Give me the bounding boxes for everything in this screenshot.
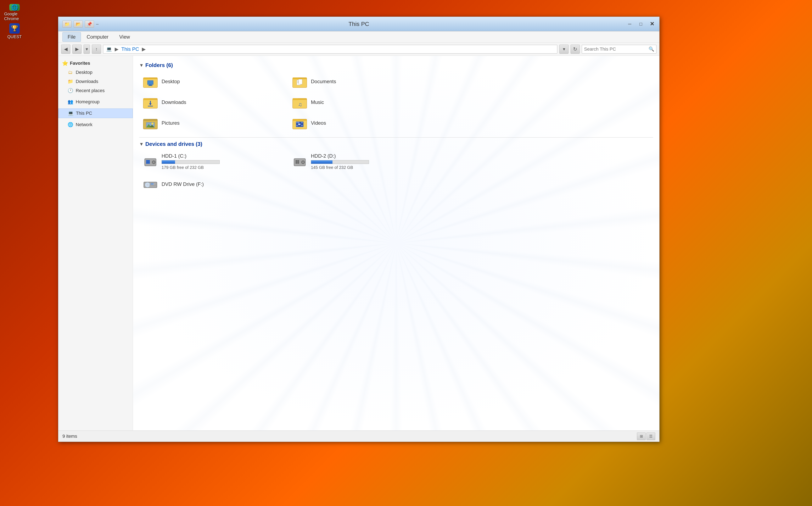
folders-section-title: Folders (6) <box>146 62 173 69</box>
chrome-label: Google Chrome <box>4 12 25 21</box>
pin-icon[interactable]: 📌 <box>85 20 94 27</box>
back-button[interactable]: ◀ <box>61 45 70 54</box>
menu-view[interactable]: View <box>114 32 135 41</box>
svg-rect-5 <box>148 85 153 86</box>
network-icon: 🌐 <box>67 122 74 128</box>
svg-rect-4 <box>149 85 152 85</box>
sidebar-item-downloads[interactable]: 📁 Downloads <box>58 77 133 86</box>
quest-icon: 🏆 <box>9 23 20 33</box>
svg-rect-26 <box>143 119 149 121</box>
pictures-folder-svg <box>143 116 158 130</box>
forward-button[interactable]: ▶ <box>72 45 82 54</box>
music-folder-big-icon: ♫ <box>291 95 308 109</box>
folder-item-documents[interactable]: Documents <box>288 72 430 91</box>
svg-rect-53 <box>295 160 297 162</box>
file-icon[interactable]: 📁 <box>63 20 72 27</box>
pc-icon: 💻 <box>106 47 112 52</box>
documents-folder-svg <box>292 75 307 88</box>
breadcrumb-arrow1: ▶ <box>115 46 118 52</box>
menu-file[interactable]: File <box>63 32 81 42</box>
device-item-dvd[interactable]: DVD DVD RW Drive (F:) <box>139 175 280 193</box>
svg-rect-45 <box>146 160 148 162</box>
svg-rect-16 <box>143 98 149 100</box>
recent-icon: 🕐 <box>67 88 74 94</box>
folders-arrow: ▼ <box>139 63 144 68</box>
folder-item-videos[interactable]: Videos <box>288 114 430 133</box>
svg-rect-56 <box>297 162 299 164</box>
view-btn-list[interactable]: ☰ <box>646 433 655 440</box>
videos-folder-big-icon <box>291 116 308 130</box>
main-area: ⭐ Favorites 🗂 Desktop 📁 Downloads 🕐 Rece… <box>58 56 659 430</box>
hdd-d-icon <box>291 154 308 169</box>
address-dropdown-button[interactable]: ▾ <box>559 45 568 54</box>
breadcrumb-thispc[interactable]: This PC <box>121 46 139 52</box>
sidebar-item-recent[interactable]: 🕐 Recent places <box>58 86 133 95</box>
view-btn-grid[interactable]: ⊞ <box>637 433 646 440</box>
hdd-c-icon <box>142 154 159 169</box>
maximize-button[interactable]: □ <box>636 19 646 29</box>
explorer-window: 📁 📂 📌 – This PC ─ □ ✕ File Computer View… <box>58 17 659 442</box>
folder-icon2[interactable]: 📂 <box>74 20 83 27</box>
dvd-icon: DVD <box>142 177 159 191</box>
folder-item-desktop[interactable]: Desktop <box>139 72 280 91</box>
device-item-hdd-d[interactable]: HDD-2 (D:) 145 GB free of 232 GB <box>288 151 430 172</box>
music-folder-svg: ♫ <box>292 96 307 109</box>
downloads-folder-big-icon <box>142 95 159 109</box>
documents-folder-big-icon <box>291 74 308 89</box>
favorites-header[interactable]: ⭐ Favorites <box>58 59 133 68</box>
desktop-icon-chrome[interactable]: 🌐 Google Chrome <box>4 4 25 21</box>
device-item-hdd-c[interactable]: HDD-1 (C:) 179 GB free of 232 GB <box>139 151 280 172</box>
hdd-c-bar <box>162 160 175 164</box>
dvd-svg: DVD <box>143 178 158 191</box>
menu-computer[interactable]: Computer <box>82 32 113 41</box>
search-input[interactable] <box>584 47 649 52</box>
svg-rect-36 <box>298 122 299 123</box>
address-path[interactable]: 💻 ▶ This PC ▶ <box>103 45 557 54</box>
address-bar: ◀ ▶ ▾ ↑ 💻 ▶ This PC ▶ ▾ ↻ 🔍 <box>58 43 659 56</box>
homegroup-section: 👥 Homegroup <box>58 97 133 106</box>
sidebar-item-homegroup[interactable]: 👥 Homegroup <box>58 97 133 106</box>
hdd-c-svg <box>143 155 158 168</box>
search-icon[interactable]: 🔍 <box>649 47 654 52</box>
refresh-button[interactable]: ↻ <box>570 45 580 54</box>
network-section: 🌐 Network <box>58 120 133 129</box>
star-icon: ⭐ <box>62 60 68 66</box>
desktop-icon-quest[interactable]: 🏆 QUEST <box>4 23 25 39</box>
folders-grid: Desktop <box>139 72 430 133</box>
sidebar-item-desktop[interactable]: 🗂 Desktop <box>58 68 133 77</box>
thispc-section: 💻 This PC <box>58 108 133 118</box>
homegroup-icon: 👥 <box>67 99 74 105</box>
title-bar: 📁 📂 📌 – This PC ─ □ ✕ <box>58 17 659 31</box>
content-area: ▼ Folders (6) <box>133 56 659 430</box>
quest-label: QUEST <box>7 34 22 39</box>
videos-folder-svg <box>292 116 307 130</box>
folders-section-header: ▼ Folders (6) <box>139 62 653 69</box>
downloads-item-label: Downloads <box>76 79 98 84</box>
svg-rect-46 <box>148 160 150 162</box>
view-buttons: ⊞ ☰ <box>637 433 655 440</box>
svg-rect-38 <box>296 125 298 126</box>
svg-rect-39 <box>301 125 302 126</box>
sidebar-item-network[interactable]: 🌐 Network <box>58 120 133 129</box>
sidebar-item-thispc[interactable]: 💻 This PC <box>58 108 133 118</box>
downloads-folder-icon: 📁 <box>67 79 74 84</box>
dvd-info: DVD RW Drive (F:) <box>162 181 204 187</box>
downloads-folder-label: Downloads <box>162 99 186 105</box>
folder-item-pictures[interactable]: Pictures <box>139 114 280 133</box>
up-button[interactable]: ↑ <box>92 45 101 54</box>
pictures-folder-big-icon <box>142 116 159 130</box>
documents-folder-label: Documents <box>311 79 336 84</box>
hdd-c-bar-container <box>162 160 219 164</box>
desktop-folder-label: Desktop <box>162 79 180 84</box>
folder-item-music[interactable]: ♫ Music <box>288 93 430 112</box>
folder-item-downloads[interactable]: Downloads <box>139 93 280 112</box>
svg-rect-2 <box>143 78 149 79</box>
dropdown-button[interactable]: ▾ <box>84 45 90 54</box>
dvd-name: DVD RW Drive (F:) <box>162 181 204 187</box>
svg-rect-19 <box>148 106 153 106</box>
close-button[interactable]: ✕ <box>647 19 657 29</box>
minimize-button[interactable]: ─ <box>625 19 635 29</box>
homegroup-label: Homegroup <box>76 99 100 104</box>
svg-rect-64 <box>149 185 156 185</box>
chrome-icon: 🌐 <box>9 4 20 11</box>
